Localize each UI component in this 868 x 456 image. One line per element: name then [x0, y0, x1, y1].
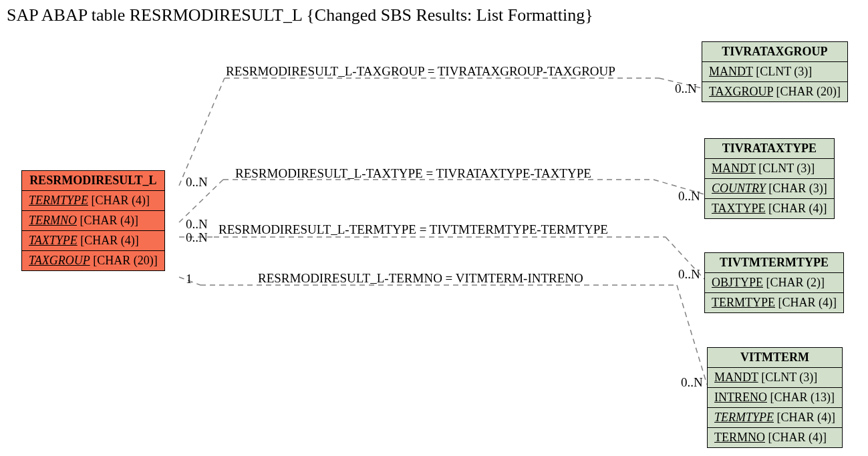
- page-title: SAP ABAP table RESRMODIRESULT_L {Changed…: [7, 5, 593, 25]
- table-source-header: RESRMODIRESULT_L: [22, 171, 165, 191]
- relation-label: RESRMODIRESULT_L-TERMNO = VITMTERM-INTRE…: [258, 271, 583, 286]
- cardinality-right: 0..N: [681, 375, 703, 390]
- cardinality-left: 1: [186, 272, 192, 286]
- field: TERMTYPE [CHAR (4)]: [22, 191, 165, 211]
- svg-line-0: [179, 78, 225, 186]
- field: TERMNO [CHAR (4)]: [708, 428, 843, 448]
- cardinality-right: 0..N: [678, 267, 700, 282]
- cardinality-left: 0..N: [186, 175, 208, 190]
- cardinality-left: 0..N: [186, 230, 208, 245]
- table-header: TIVRATAXTYPE: [705, 139, 835, 159]
- svg-line-11: [677, 285, 707, 385]
- table-header: TIVTMTERMTYPE: [705, 253, 844, 273]
- cardinality-right: 0..N: [675, 81, 697, 96]
- table-tivrataxgroup: TIVRATAXGROUP MANDT [CLNT (3)] TAXGROUP …: [702, 41, 848, 102]
- cardinality-left: 0..N: [186, 217, 208, 232]
- field: TERMTYPE [CHAR (4)]: [705, 293, 844, 313]
- table-source: RESRMODIRESULT_L TERMTYPE [CHAR (4)] TER…: [21, 170, 165, 271]
- table-header: VITMTERM: [708, 348, 843, 368]
- field: OBJTYPE [CHAR (2)]: [705, 273, 844, 293]
- field: MANDT [CLNT (3)]: [708, 368, 843, 388]
- table-vitmterm: VITMTERM MANDT [CLNT (3)] INTRENO [CHAR …: [707, 347, 843, 448]
- field: TERMTYPE [CHAR (4)]: [708, 408, 843, 428]
- relation-label: RESRMODIRESULT_L-TERMTYPE = TIVTMTERMTYP…: [219, 222, 608, 237]
- relation-label: RESRMODIRESULT_L-TAXGROUP = TIVRATAXGROU…: [226, 64, 615, 79]
- field: TAXGROUP [CHAR (20)]: [702, 82, 848, 102]
- field: MANDT [CLNT (3)]: [705, 159, 835, 179]
- diagram-canvas: SAP ABAP table RESRMODIRESULT_L {Changed…: [0, 0, 868, 456]
- relation-label: RESRMODIRESULT_L-TAXTYPE = TIVRATAXTYPE-…: [235, 166, 591, 181]
- field: INTRENO [CHAR (13)]: [708, 388, 843, 408]
- field: TAXTYPE [CHAR (4)]: [705, 199, 835, 219]
- table-tivtmtermtype: TIVTMTERMTYPE OBJTYPE [CHAR (2)] TERMTYP…: [704, 252, 844, 313]
- field: TERMNO [CHAR (4)]: [22, 211, 165, 231]
- field: TAXTYPE [CHAR (4)]: [22, 231, 165, 251]
- field: COUNTRY [CHAR (3)]: [705, 179, 835, 199]
- field: TAXGROUP [CHAR (20)]: [22, 251, 165, 271]
- table-tivrataxtype: TIVRATAXTYPE MANDT [CLNT (3)] COUNTRY [C…: [704, 138, 835, 219]
- field: MANDT [CLNT (3)]: [702, 62, 848, 82]
- cardinality-right: 0..N: [678, 189, 700, 204]
- table-header: TIVRATAXGROUP: [702, 42, 848, 62]
